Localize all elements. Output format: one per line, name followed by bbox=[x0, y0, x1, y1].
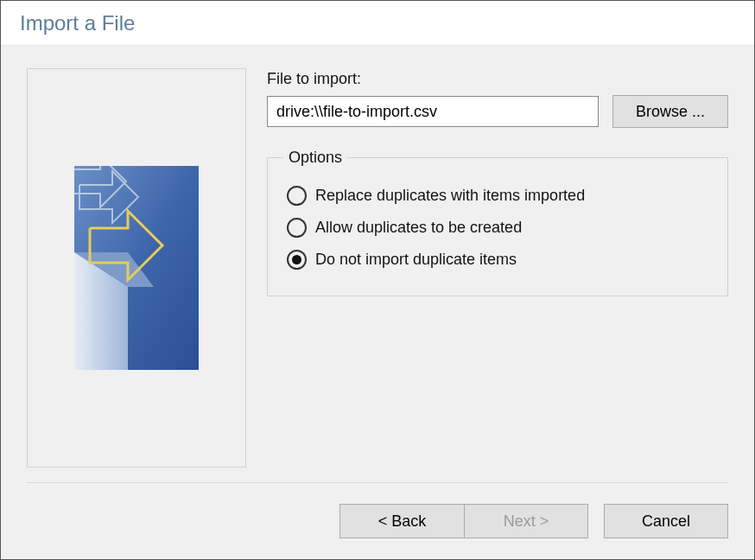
file-path-input[interactable] bbox=[267, 96, 599, 127]
radio-icon bbox=[287, 186, 307, 206]
option-label: Do not import duplicate items bbox=[315, 251, 517, 269]
option-label: Allow duplicates to be created bbox=[315, 219, 522, 237]
file-to-import-label: File to import: bbox=[267, 70, 728, 88]
content-area: File to import: Browse ... Options Repla… bbox=[1, 46, 754, 482]
wizard-image-panel bbox=[27, 68, 246, 468]
back-button[interactable]: < Back bbox=[339, 504, 464, 538]
option-label: Replace duplicates with items imported bbox=[315, 187, 585, 205]
next-button[interactable]: Next > bbox=[464, 504, 588, 538]
radio-icon bbox=[287, 250, 307, 270]
back-next-pair: < Back Next > bbox=[339, 504, 588, 538]
option-skip-duplicates[interactable]: Do not import duplicate items bbox=[283, 243, 712, 275]
file-row: Browse ... bbox=[267, 95, 728, 128]
titlebar: Import a File bbox=[1, 1, 754, 46]
footer: < Back Next > Cancel bbox=[1, 483, 754, 559]
options-legend: Options bbox=[283, 149, 347, 167]
dialog-title: Import a File bbox=[20, 11, 135, 35]
cancel-button[interactable]: Cancel bbox=[604, 504, 728, 538]
form-panel: File to import: Browse ... Options Repla… bbox=[267, 68, 728, 482]
option-replace-duplicates[interactable]: Replace duplicates with items imported bbox=[283, 179, 712, 211]
radio-icon bbox=[287, 218, 307, 238]
option-allow-duplicates[interactable]: Allow duplicates to be created bbox=[283, 211, 712, 243]
options-group: Options Replace duplicates with items im… bbox=[267, 149, 728, 296]
wizard-arrows-icon bbox=[74, 166, 199, 370]
browse-button[interactable]: Browse ... bbox=[612, 95, 728, 128]
